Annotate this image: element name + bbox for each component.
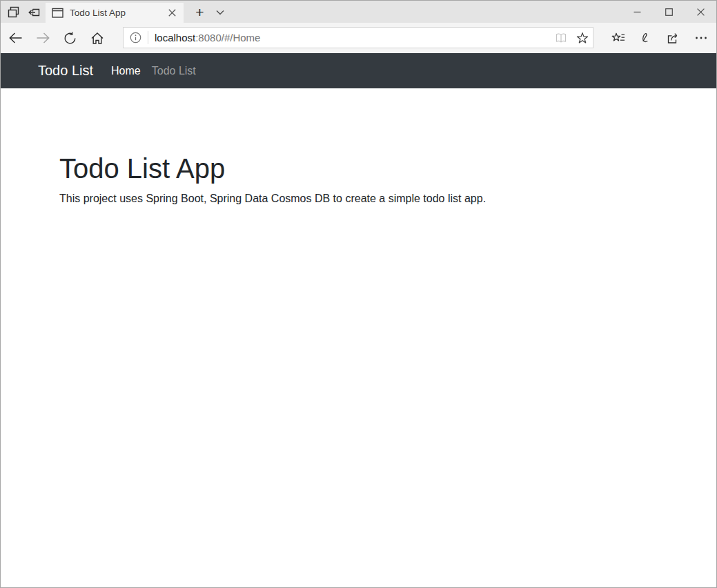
navbar-links: Home Todo List <box>111 65 196 77</box>
refresh-button[interactable] <box>58 26 81 50</box>
nav-link-todo-list[interactable]: Todo List <box>152 65 196 77</box>
browser-toolbar: localhost:8080/#/Home <box>1 23 716 53</box>
hub-icon <box>611 32 625 44</box>
tab-title: Todo List App <box>70 8 164 18</box>
maximize-icon <box>665 8 673 16</box>
page-content: Todo List App This project uses Spring B… <box>1 88 716 587</box>
tabs-set-aside-preview-button[interactable] <box>7 6 19 18</box>
more-icon <box>695 36 707 40</box>
info-icon <box>130 32 141 43</box>
site-info-button[interactable] <box>124 28 148 48</box>
address-bar[interactable]: localhost:8080/#/Home <box>123 27 593 48</box>
page-icon <box>52 8 63 19</box>
address-separator <box>148 31 148 44</box>
maximize-button[interactable] <box>653 1 685 23</box>
reading-view-icon <box>555 32 567 43</box>
page-description: This project uses Spring Boot, Spring Da… <box>59 193 689 205</box>
close-window-button[interactable] <box>685 1 716 23</box>
home-icon <box>90 32 104 45</box>
app-navbar: Todo List Home Todo List <box>1 53 716 88</box>
tab-preview-chevron-icon <box>216 10 224 15</box>
refresh-icon <box>63 32 77 45</box>
web-note-button[interactable] <box>633 26 657 50</box>
new-tab-icon: + <box>195 5 204 19</box>
browser-window: Todo List App + <box>0 0 717 588</box>
share-icon <box>666 32 680 45</box>
forward-button[interactable] <box>31 26 55 50</box>
window-controls <box>621 1 716 23</box>
more-actions-button[interactable] <box>689 26 713 50</box>
reading-view-button[interactable] <box>550 28 571 48</box>
favorite-star-icon <box>576 32 589 44</box>
nav-link-home[interactable]: Home <box>111 65 141 77</box>
url-text[interactable]: localhost:8080/#/Home <box>155 32 550 43</box>
add-favorite-button[interactable] <box>571 28 593 48</box>
minimize-icon <box>633 8 641 16</box>
hub-button[interactable] <box>607 26 630 50</box>
back-icon <box>9 32 23 44</box>
url-path: :8080/#/Home <box>195 32 260 43</box>
tabs-set-aside-preview-icon <box>7 6 20 19</box>
minimize-button[interactable] <box>621 1 653 23</box>
tab-preview-toggle-button[interactable] <box>211 3 228 21</box>
url-host: localhost <box>155 32 195 43</box>
close-window-icon <box>697 8 705 16</box>
set-tabs-aside-icon <box>28 6 41 19</box>
page-title: Todo List App <box>59 153 689 184</box>
share-button[interactable] <box>661 26 685 50</box>
navbar-brand[interactable]: Todo List <box>38 63 93 79</box>
new-tab-button[interactable]: + <box>190 3 210 21</box>
home-button[interactable] <box>86 26 109 50</box>
set-tabs-aside-button[interactable] <box>28 6 40 18</box>
browser-tab[interactable]: Todo List App <box>46 3 184 23</box>
forward-icon <box>36 32 50 44</box>
close-tab-icon <box>168 9 176 17</box>
titlebar: Todo List App + <box>1 1 716 23</box>
web-note-icon <box>638 32 652 45</box>
back-button[interactable] <box>4 26 28 50</box>
close-tab-button[interactable] <box>164 6 179 21</box>
